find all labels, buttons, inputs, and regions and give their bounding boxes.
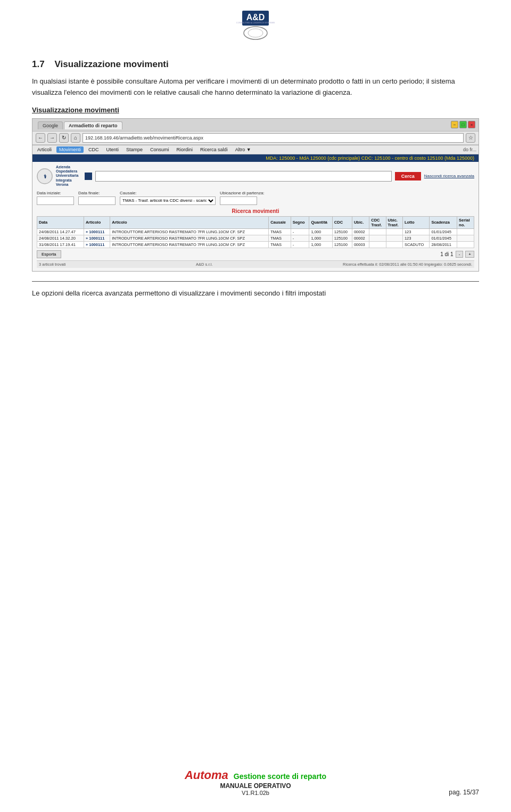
filter-row: Data iniziale: Data finale: Causale: TMA… [37, 191, 474, 205]
footer-brand: Automa [185, 768, 228, 782]
table-cell: 24/08/2011 14.32.20 [37, 235, 84, 241]
menu-riordini[interactable]: Riordini [174, 146, 196, 153]
table-cell [369, 228, 386, 235]
page-number: pag. 15/37 [449, 789, 479, 796]
filter-ubicazione-label: Ubicazione di partenza: [220, 191, 265, 195]
col-data: Data [37, 216, 84, 228]
filter-data-fine: Data finale: [78, 191, 116, 205]
table-cell [386, 228, 402, 235]
movements-table: Data Articolo Articolo Causale Segno Qua… [37, 216, 474, 248]
mda-bar: MDA: 125000 - MdA 125000 (cdc principale… [32, 154, 479, 162]
table-cell: SCADUTO [402, 241, 430, 248]
article-link[interactable]: » 1000111 [86, 242, 104, 247]
browser-nav: ← → ↻ ⌂ ☆ [32, 132, 479, 145]
table-cell: 123 [402, 228, 430, 235]
menu-cdc[interactable]: CDC [86, 146, 102, 153]
prev-page-button[interactable]: - [456, 251, 464, 258]
table-cell: - [291, 241, 309, 248]
table-row: 24/08/2011 14.27.47» 1000111INTRODUTTORE… [37, 228, 474, 235]
col-cdc-trasf: CDCTrasf. [369, 216, 386, 228]
svg-point-4 [248, 29, 263, 37]
filter-data-fine-input[interactable] [78, 196, 116, 205]
close-button[interactable]: × [468, 121, 475, 128]
back-button[interactable]: ← [36, 133, 45, 143]
table-cell[interactable]: » 1000111 [84, 241, 110, 248]
menu-altro[interactable]: Altro ▼ [233, 146, 254, 153]
browser-tab-google[interactable]: Google [38, 121, 63, 129]
star-button[interactable]: ☆ [466, 133, 475, 143]
table-cell: 1,000 [309, 228, 332, 235]
bottom-note: Le opzioni della ricerca avanzata permet… [32, 289, 479, 297]
maximize-button[interactable]: □ [459, 121, 467, 128]
table-cell: 1,000 [309, 241, 332, 248]
minimize-button[interactable]: − [451, 121, 458, 128]
section-heading: 1.7 Visualizzazione movimenti [32, 59, 479, 70]
table-cell: INTRODUTTORE ARTERIOSO RASTREMATO 7FR LU… [110, 241, 269, 248]
table-cell: 31/08/2011 17.19.41 [37, 241, 84, 248]
cerca-button[interactable]: Cerca [395, 172, 421, 181]
table-row: 31/08/2011 17.19.41» 1000111INTRODUTTORE… [37, 241, 474, 248]
window-controls: − □ × [451, 121, 475, 128]
filter-causale-select[interactable]: TMAS - Trasf. articoli tra CDC diversi -… [120, 196, 216, 205]
menu-ricerca-saldi[interactable]: Ricerca saldi [197, 146, 230, 153]
search-time-text: Ricerca effettuata il: 02/08/2011 alle 0… [343, 262, 472, 267]
refresh-button[interactable]: ↻ [59, 133, 69, 143]
filter-causale: Causale: TMAS - Trasf. articoli tra CDC … [120, 191, 216, 205]
table-cell [386, 235, 402, 241]
col-scadenza: Scadenza [430, 216, 457, 228]
pagination-controls: 1 di 1 - + [440, 251, 474, 258]
menu-consumi[interactable]: Consumi [147, 146, 172, 153]
section-title: Visualizzazione movimenti [55, 59, 169, 69]
page-footer: Automa Gestione scorte di reparto MANUAL… [0, 768, 511, 796]
table-cell: INTRODUTTORE ARTERIOSO RASTREMATO 7FR LU… [110, 235, 269, 241]
forward-button[interactable]: → [47, 133, 57, 143]
article-link[interactable]: » 1000111 [86, 236, 104, 241]
table-cell: TMAS [269, 241, 291, 248]
col-articolo-code: Articolo [84, 216, 110, 228]
small-icon-box [85, 173, 92, 180]
article-link[interactable]: » 1000111 [86, 229, 104, 234]
table-cell [369, 235, 386, 241]
esporta-button[interactable]: Esporta [37, 250, 61, 258]
browser-tab-armadietto[interactable]: Armadietto di reparto [64, 121, 122, 129]
browser-tabs: Google Armadietto di reparto [36, 120, 125, 129]
main-search-input[interactable] [95, 171, 392, 182]
main-content: 1.7 Visualizzazione movimenti In qualsia… [0, 48, 511, 297]
menu-movimenti[interactable]: Movimenti [56, 146, 84, 153]
pagination-info: 1 di 1 [440, 251, 453, 257]
footer-center-text: A&D s.r.l. [196, 262, 212, 267]
filter-ubicazione-input[interactable] [220, 196, 257, 205]
table-cell: 28/08/2011 [430, 241, 457, 248]
status-bar: 3 articoli trovati A&D s.r.l. Ricerca ef… [37, 260, 474, 268]
menu-utenti[interactable]: Utenti [104, 146, 122, 153]
table-cell [457, 228, 474, 235]
filter-ubicazione: Ubicazione di partenza: [220, 191, 265, 205]
table-cell[interactable]: » 1000111 [84, 228, 110, 235]
home-button[interactable]: ⌂ [71, 133, 80, 143]
table-header-row: Data Articolo Articolo Causale Segno Qua… [37, 216, 474, 228]
table-cell: TMAS [269, 228, 291, 235]
mda-bar-text: MDA: 125000 - MdA 125000 (cdc principale… [266, 155, 474, 161]
hospital-logo: ⚕ Azienda Ospedaliera Universitaria Inte… [37, 165, 79, 187]
table-cell [457, 235, 474, 241]
svg-text:CONSULTING & LOGISTICS SYSTEMS: CONSULTING & LOGISTICS SYSTEMS [236, 21, 275, 24]
next-page-button[interactable]: + [465, 251, 474, 258]
table-cell: 1,000 [309, 235, 332, 241]
table-cell: TMAS [269, 235, 291, 241]
hospital-name3: Integrata Verona [56, 178, 79, 187]
filter-data-inizio-label: Data iniziale: [37, 191, 74, 195]
address-bar[interactable] [83, 133, 464, 143]
table-cell: 24/08/2011 14.27.47 [37, 228, 84, 235]
table-cell: 01/01/2045 [430, 228, 457, 235]
section-number: 1.7 [32, 59, 45, 69]
app-menubar: Articoli Movimenti CDC Utenti Stampe Con… [32, 145, 479, 154]
table-cell[interactable]: » 1000111 [84, 235, 110, 241]
articles-found: 3 articoli trovati [39, 262, 65, 267]
logo-icon: A&D CONSULTING & LOGISTICS SYSTEMS [232, 10, 279, 42]
nascondi-ricerca-link[interactable]: Nascondi ricerca avanzata [424, 174, 474, 178]
col-causale: Causale [269, 216, 291, 228]
table-cell: - [291, 235, 309, 241]
menu-articoli[interactable]: Articoli [35, 146, 54, 153]
menu-stampe[interactable]: Stampe [123, 146, 145, 153]
filter-data-inizio-input[interactable] [37, 196, 74, 205]
